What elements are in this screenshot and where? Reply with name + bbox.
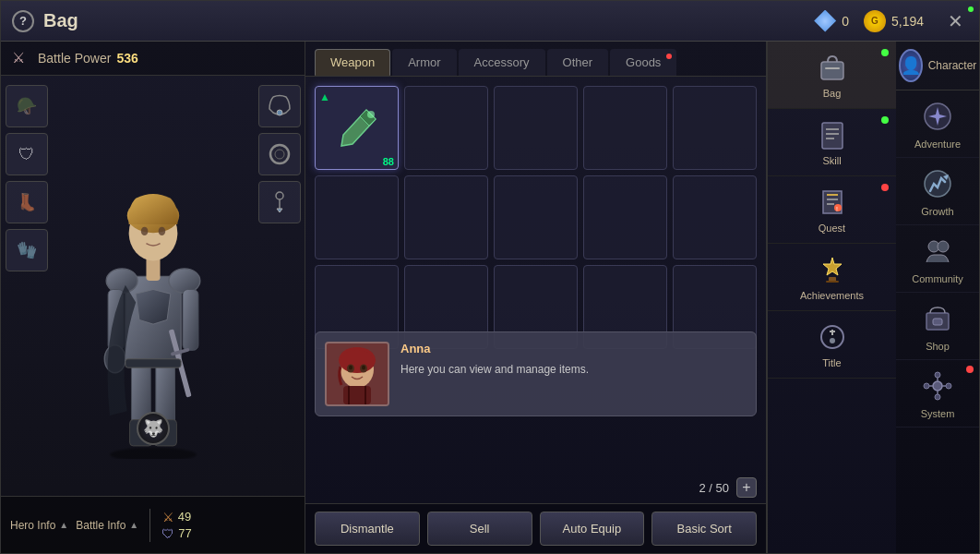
svg-point-44: [821, 326, 843, 348]
inv-cell-7[interactable]: [494, 175, 578, 259]
inv-cell-1[interactable]: [404, 86, 488, 170]
svg-point-53: [933, 381, 942, 391]
equip-slot-legs[interactable]: 👢: [6, 181, 48, 223]
tab-bar: Weapon Armor Accessory Other Goods: [305, 42, 766, 77]
inv-cell-8[interactable]: [583, 175, 667, 259]
svg-rect-52: [933, 319, 942, 325]
hero-info-button[interactable]: Hero Info ▲: [10, 519, 68, 532]
goods-tab-dot: [666, 54, 672, 59]
far-right-character[interactable]: 👤 Character: [896, 42, 979, 90]
npc-text-area: Anna Here you can view and manage items.: [400, 342, 747, 406]
nav-item-quest[interactable]: ! Quest: [768, 176, 896, 244]
svg-point-50: [938, 241, 949, 252]
auto-equip-button[interactable]: Auto Equip: [540, 512, 645, 546]
npc-name: Anna: [400, 342, 747, 355]
tab-goods[interactable]: Goods: [610, 49, 676, 76]
battle-power-label: Battle Power: [38, 51, 111, 66]
equip-slot-gloves[interactable]: 🧤: [6, 229, 48, 271]
svg-point-47: [925, 171, 950, 197]
growth-label: Growth: [921, 206, 953, 217]
help-button[interactable]: ?: [12, 10, 34, 32]
svg-point-55: [935, 394, 940, 400]
battle-info-button[interactable]: Battle Info ▲: [76, 519, 138, 532]
inv-cell-4[interactable]: [673, 86, 757, 170]
nav-item-achievements[interactable]: Achievements: [768, 244, 896, 311]
tab-weapon[interactable]: Weapon: [315, 49, 390, 76]
nav-item-title[interactable]: Title: [768, 311, 896, 379]
svg-rect-43: [826, 281, 839, 283]
tab-accessory[interactable]: Accessory: [459, 49, 545, 76]
main-window: ? Bag 0 G 5,194 ✕ Battle Power: [0, 0, 980, 554]
inv-cell-9[interactable]: [673, 175, 757, 259]
stat-defense-row: 🛡 77: [161, 526, 191, 541]
nav-section: Bag Skill: [768, 42, 896, 379]
sword-icon: [12, 49, 30, 67]
battle-power-value: 536: [116, 51, 137, 66]
title-nav-icon: [816, 320, 849, 354]
skill-dot: [881, 116, 889, 124]
title-bar: ? Bag 0 G 5,194 ✕: [1, 1, 979, 42]
svg-point-25: [367, 111, 375, 118]
gem-value: 0: [842, 14, 849, 29]
title-nav-label: Title: [822, 357, 841, 368]
far-right-community[interactable]: Community: [896, 225, 979, 293]
bag-dot: [881, 49, 889, 56]
svg-point-19: [277, 110, 282, 115]
skill-nav-icon: [816, 118, 849, 151]
tab-other[interactable]: Other: [547, 49, 609, 76]
far-right-shop[interactable]: Shop: [896, 293, 979, 360]
far-right-adventure[interactable]: Adventure: [896, 90, 979, 158]
hero-info-chevron: ▲: [59, 520, 68, 530]
currency-display: 0 G 5,194: [814, 10, 924, 32]
equip-slot-earring[interactable]: [258, 181, 301, 223]
system-dot: [966, 366, 974, 373]
character-image-area: 🐺: [52, 76, 254, 496]
right-nav-panel: Bag Skill: [767, 42, 896, 553]
equip-slot-head[interactable]: 🪖: [6, 85, 48, 127]
svg-point-0: [109, 448, 196, 459]
svg-point-6: [106, 269, 137, 293]
system-icon: [919, 367, 956, 404]
action-bar: Dismantle Sell Auto Equip Basic Sort: [305, 503, 766, 553]
growth-icon: [919, 165, 956, 202]
adventure-icon: [919, 98, 956, 135]
nav-item-skill[interactable]: Skill: [768, 109, 896, 176]
skill-nav-label: Skill: [822, 155, 841, 166]
far-right-growth[interactable]: Growth: [896, 158, 979, 225]
upgrade-arrow-icon: ▲: [319, 90, 330, 103]
achievements-nav-label: Achievements: [800, 290, 864, 301]
close-button[interactable]: ✕: [942, 8, 968, 34]
inv-cell-5[interactable]: [315, 175, 399, 259]
inv-cell-3[interactable]: [583, 86, 667, 170]
far-right-system[interactable]: System: [896, 360, 979, 428]
dismantle-button[interactable]: Dismantle: [315, 512, 420, 546]
svg-rect-35: [825, 67, 840, 69]
svg-point-7: [168, 269, 199, 293]
inv-cell-2[interactable]: [494, 86, 578, 170]
inv-cell-0[interactable]: ▲ 88: [315, 86, 399, 170]
tab-armor[interactable]: Armor: [392, 49, 456, 76]
achievements-nav-icon: [816, 253, 849, 286]
bottom-info-bar: Hero Info ▲ Battle Info ▲ ⚔ 49 🛡 77: [1, 496, 305, 553]
inventory-grid: ▲ 88: [315, 86, 757, 349]
stat-attack-value: 49: [178, 510, 191, 524]
equip-slot-necklace[interactable]: [258, 85, 301, 127]
svg-marker-24: [277, 209, 282, 212]
sell-button[interactable]: Sell: [427, 512, 532, 546]
equip-slots-left: 🪖 🛡 👢 🧤: [1, 76, 52, 496]
nav-item-bag[interactable]: Bag: [768, 42, 896, 109]
quest-nav-icon: !: [816, 186, 849, 219]
svg-rect-18: [125, 359, 180, 367]
basic-sort-button[interactable]: Basic Sort: [651, 512, 757, 546]
gold-value: 5,194: [891, 14, 924, 29]
character-display: 🪖 🛡 👢 🧤: [1, 76, 305, 496]
character-label: Character: [928, 59, 977, 72]
svg-point-16: [140, 227, 148, 235]
left-panel: Battle Power 536 🪖 🛡 👢 🧤: [1, 42, 305, 553]
inventory-expand-button[interactable]: +: [736, 477, 757, 498]
svg-point-17: [158, 227, 165, 235]
svg-point-31: [349, 366, 353, 370]
inv-cell-6[interactable]: [404, 175, 488, 259]
equip-slot-chest[interactable]: 🛡: [6, 133, 48, 175]
equip-slot-ring[interactable]: [258, 133, 301, 175]
